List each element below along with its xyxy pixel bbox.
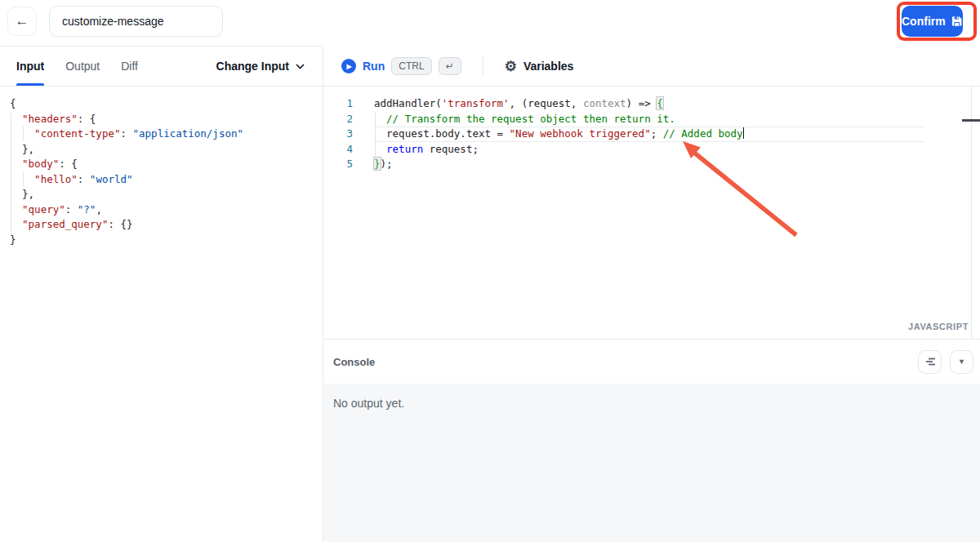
- tab-input[interactable]: Input: [16, 47, 44, 86]
- enter-key-badge: ↵: [439, 57, 461, 75]
- code-line: addHandler('transform', (request, contex…: [374, 96, 924, 112]
- dropdown-caret-icon: ▼: [958, 358, 965, 366]
- code-line: "hello": "world": [10, 172, 243, 188]
- indent-guide: [23, 172, 24, 187]
- clear-console-button[interactable]: [918, 350, 942, 374]
- line-number: 2: [323, 112, 353, 127]
- code-line: "content-type": "application/json": [10, 127, 243, 142]
- confirm-button-label: Confirm: [902, 15, 946, 28]
- code-line: "headers": {: [10, 112, 243, 127]
- save-icon: [951, 15, 963, 28]
- code-line: // Transform the request object then ret…: [374, 112, 924, 127]
- play-icon: ▶: [341, 59, 356, 73]
- line-number: 4: [323, 142, 353, 158]
- console-output-area: No output yet.: [323, 384, 980, 542]
- change-input-label: Change Input: [216, 60, 289, 73]
- code-line: {: [10, 96, 243, 112]
- code-line: },: [10, 187, 243, 202]
- indent-guide: [375, 112, 376, 157]
- overview-ruler-cursor-marker: [962, 119, 980, 122]
- input-json-editor[interactable]: { "headers": { "content-type": "applicat…: [0, 87, 323, 542]
- line-number-gutter: 12345: [323, 96, 353, 172]
- gear-icon: ⚙: [505, 60, 517, 73]
- indent-guide: [23, 127, 24, 141]
- code-line: });: [374, 157, 924, 172]
- editor-toolbar: ▶ Run CTRL ↵ ⚙ Variables: [323, 47, 980, 87]
- text-cursor: [743, 127, 745, 139]
- tab-diff[interactable]: Diff: [121, 47, 138, 86]
- stacked-lines-icon: [924, 355, 937, 368]
- top-bar: ← Confirm: [0, 0, 980, 47]
- input-tabs-row: Input Output Diff Change Input: [0, 47, 323, 87]
- console-empty-message: No output yet.: [333, 397, 404, 410]
- javascript-code-editor[interactable]: 12345 addHandler('transform', (request, …: [323, 87, 980, 339]
- run-button-label: Run: [363, 60, 385, 73]
- code-lines: addHandler('transform', (request, contex…: [374, 96, 924, 172]
- console-options-button[interactable]: ▼: [950, 350, 973, 374]
- variables-button[interactable]: ⚙ Variables: [505, 60, 574, 73]
- tab-output[interactable]: Output: [65, 47, 100, 86]
- code-line: "body": {: [10, 157, 243, 172]
- code-line: "parsed_query": {}: [10, 217, 243, 233]
- confirm-button[interactable]: Confirm: [902, 6, 963, 37]
- chevron-down-icon: [296, 64, 305, 69]
- run-button[interactable]: ▶ Run: [341, 59, 385, 73]
- ctrl-key-badge: CTRL: [391, 57, 431, 75]
- code-line: },: [10, 142, 243, 158]
- back-arrow-icon: ←: [16, 13, 29, 29]
- transformation-name-input[interactable]: [49, 6, 223, 37]
- code-line: "query": "?",: [10, 202, 243, 218]
- code-line: return request;: [374, 142, 924, 158]
- input-json-code: { "headers": { "content-type": "applicat…: [10, 96, 243, 247]
- line-number: 5: [323, 157, 353, 172]
- language-label: JAVASCRIPT: [908, 322, 969, 331]
- console-title: Console: [333, 356, 375, 368]
- code-line: request.body.text = "New webhook trigger…: [374, 127, 924, 142]
- console-header: Console ▼: [323, 339, 980, 384]
- indent-guide: [11, 113, 11, 234]
- code-line: }: [10, 233, 243, 248]
- variables-label: Variables: [523, 60, 574, 73]
- line-number: 3: [323, 127, 353, 142]
- back-button[interactable]: ←: [7, 7, 37, 36]
- overview-ruler[interactable]: [971, 87, 972, 339]
- line-number: 1: [323, 96, 353, 112]
- toolbar-divider: [483, 56, 483, 77]
- change-input-dropdown[interactable]: Change Input: [216, 47, 305, 86]
